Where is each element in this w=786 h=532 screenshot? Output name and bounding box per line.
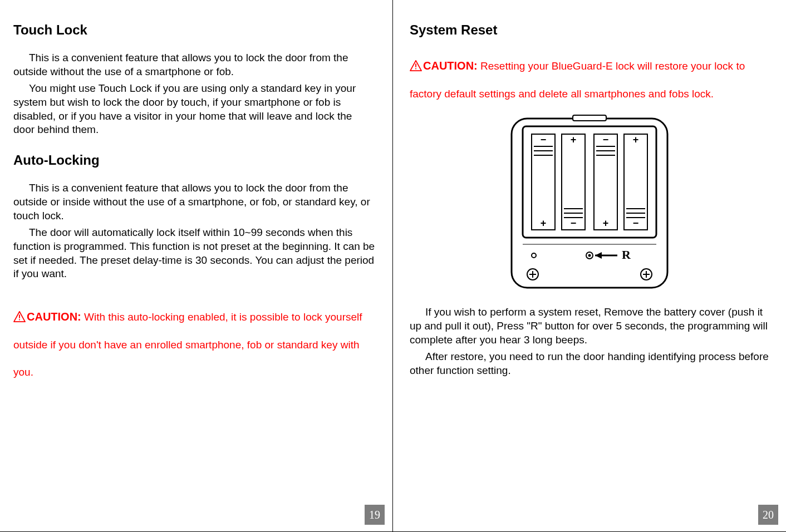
page-number-left: 19 xyxy=(365,505,385,525)
svg-text:−: − xyxy=(633,218,639,229)
svg-rect-3 xyxy=(415,68,416,70)
caution-label: CAUTION: xyxy=(423,60,478,72)
caution-system-reset: CAUTION: Resetting your BlueGuard-E lock… xyxy=(410,51,769,107)
svg-rect-8 xyxy=(562,134,585,230)
paragraph: This is a convenient feature that allows… xyxy=(13,51,376,78)
svg-text:+: + xyxy=(541,218,547,229)
caution-auto-locking: CAUTION: With this auto-locking enabled,… xyxy=(13,302,376,386)
paragraph: This is a convenient feature that allows… xyxy=(13,181,376,223)
caution-label: CAUTION: xyxy=(27,311,81,323)
svg-point-21 xyxy=(588,254,591,257)
svg-rect-10 xyxy=(624,134,647,230)
svg-text:−: − xyxy=(541,134,547,145)
paragraph: The door will automatically lock itself … xyxy=(13,226,376,281)
svg-rect-9 xyxy=(594,134,617,230)
figure-battery-compartment: −+ +− −+ +− R xyxy=(410,114,769,292)
svg-rect-2 xyxy=(415,63,416,67)
svg-text:−: − xyxy=(571,218,577,229)
battery-compartment-diagram: −+ +− −+ +− R xyxy=(506,114,673,292)
svg-text:+: + xyxy=(633,134,639,145)
svg-rect-5 xyxy=(573,115,606,121)
paragraph: If you wish to perform a system reset, R… xyxy=(410,306,769,347)
warning-icon xyxy=(410,54,422,65)
svg-text:+: + xyxy=(603,218,609,229)
svg-rect-7 xyxy=(532,134,555,230)
paragraph: You might use Touch Lock if you are usin… xyxy=(13,82,376,137)
paragraph: After restore, you need to run the door … xyxy=(410,350,769,377)
svg-point-26 xyxy=(532,253,536,258)
reset-button-label: R xyxy=(622,248,631,262)
svg-rect-1 xyxy=(19,319,20,320)
manual-page-left: Touch Lock This is a convenient feature … xyxy=(0,0,393,532)
svg-text:−: − xyxy=(603,134,609,145)
heading-system-reset: System Reset xyxy=(410,22,769,38)
heading-touch-lock: Touch Lock xyxy=(13,22,376,38)
page-number-right: 20 xyxy=(758,505,778,525)
heading-auto-locking: Auto-Locking xyxy=(13,152,376,168)
svg-rect-0 xyxy=(19,314,20,318)
manual-page-right: System Reset CAUTION: Resetting your Blu… xyxy=(393,0,786,532)
svg-text:+: + xyxy=(571,134,577,145)
warning-icon xyxy=(13,305,26,316)
